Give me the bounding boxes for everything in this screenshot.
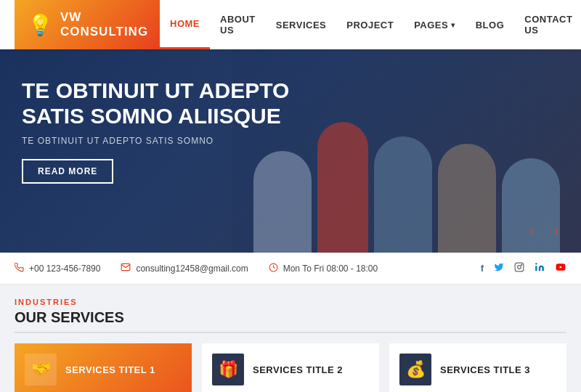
logo-area[interactable]: 💡 VW CONSULTING — [15, 0, 160, 49]
service-card-2: 🎁 SERVICES TITLE 2 Te obtinuit ut adepto… — [202, 343, 379, 392]
hours-text: Mon To Fri 08:00 - 18:00 — [283, 264, 378, 274]
instagram-icon[interactable] — [514, 262, 524, 274]
phone-text: +00 123-456-7890 — [29, 264, 100, 274]
email-text: consulting12458@gmail.com — [136, 264, 248, 274]
header: 💡 VW CONSULTING HOME ABOUT US SERVICES P… — [0, 0, 581, 49]
service-card-1: 🤝 SERVICES TITEL 1 Te obtinuit ut adepto… — [15, 343, 192, 392]
nav-home[interactable]: HOME — [160, 0, 210, 49]
svg-point-6 — [535, 263, 537, 264]
logo-text: VW CONSULTING — [60, 10, 148, 39]
hero-section: TE OBTINUIT UT ADEPTO SATIS SOMNO ALIISQ… — [0, 49, 581, 253]
contact-hours: Mon To Fri 08:00 - 18:00 — [269, 263, 378, 274]
services-section: INDUSTRIES OUR SERVICES 🤝 SERVICES TITEL… — [0, 285, 581, 392]
services-grid: 🤝 SERVICES TITEL 1 Te obtinuit ut adepto… — [15, 343, 566, 392]
slider-arrows: ‹ › — [521, 221, 566, 241]
youtube-icon[interactable] — [555, 262, 566, 274]
slider-prev-button[interactable]: ‹ — [521, 221, 542, 241]
service-1-title: SERVICES TITEL 1 — [65, 364, 155, 375]
nav-blog[interactable]: BLOG — [466, 0, 515, 49]
contact-phone: +00 123-456-7890 — [15, 263, 100, 274]
facebook-icon[interactable]: f — [481, 263, 484, 274]
svg-rect-3 — [515, 263, 524, 271]
social-icons: f — [481, 262, 566, 274]
nav-services[interactable]: SERVICES — [266, 0, 337, 49]
service-card-2-header: 🎁 SERVICES TITLE 2 — [202, 343, 379, 392]
service-card-1-header: 🤝 SERVICES TITEL 1 — [15, 343, 192, 392]
svg-point-4 — [518, 266, 521, 269]
hero-content: TE OBTINUIT UT ADEPTO SATIS SOMNO ALIISQ… — [22, 78, 327, 184]
person-figure-3 — [374, 136, 432, 253]
slider-next-button[interactable]: › — [546, 221, 566, 241]
main-nav: HOME ABOUT US SERVICES PROJECT PAGES ▾ B… — [160, 0, 581, 49]
hero-subtitle: TE OBTINUIT UT ADEPTO SATIS SOMNO — [22, 136, 327, 146]
service-card-3: 💰 SERVICES TITLE 3 Te obtinuit ut adepto… — [389, 343, 566, 392]
services-title: OUR SERVICES — [15, 309, 566, 333]
twitter-icon[interactable] — [494, 262, 504, 274]
svg-point-5 — [521, 264, 522, 265]
service-2-icon: 🎁 — [212, 354, 244, 385]
nav-contact[interactable]: CONTACT US — [514, 0, 581, 49]
phone-icon — [15, 263, 24, 274]
service-card-3-header: 💰 SERVICES TITLE 3 — [389, 343, 566, 392]
services-label: INDUSTRIES — [15, 298, 566, 306]
nav-about[interactable]: ABOUT US — [210, 0, 266, 49]
nav-project[interactable]: PROJECT — [336, 0, 404, 49]
service-2-title: SERVICES TITLE 2 — [253, 364, 343, 375]
person-figure-4 — [438, 144, 496, 253]
read-more-button[interactable]: READ MORE — [22, 159, 113, 184]
email-icon — [121, 262, 131, 274]
service-3-title: SERVICES TITLE 3 — [440, 364, 530, 375]
logo-icon: 💡 — [28, 13, 53, 37]
service-1-icon: 🤝 — [25, 354, 57, 385]
service-3-icon: 💰 — [399, 354, 431, 385]
linkedin-icon[interactable] — [535, 262, 545, 274]
contact-items: +00 123-456-7890 consulting12458@gmail.c… — [15, 262, 481, 274]
clock-icon — [269, 263, 278, 274]
nav-pages[interactable]: PAGES ▾ — [404, 0, 466, 49]
contact-bar: +00 123-456-7890 consulting12458@gmail.c… — [0, 253, 581, 285]
chevron-down-icon: ▾ — [451, 21, 455, 29]
hero-title: TE OBTINUIT UT ADEPTO SATIS SOMNO ALIISQ… — [22, 78, 327, 128]
contact-email: consulting12458@gmail.com — [121, 262, 248, 274]
